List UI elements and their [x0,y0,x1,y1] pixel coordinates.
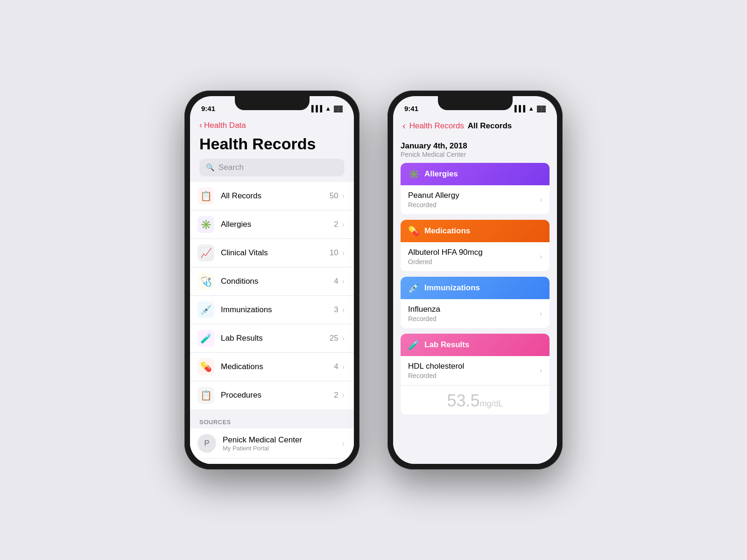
penick-chevron: › [342,439,345,448]
immunizations-count: 3 [334,305,338,315]
medications-icon: 💊 [197,358,214,375]
list-item-medications[interactable]: 💊 Medications 4 › [190,353,354,381]
record-influenza[interactable]: Influenza Recorded › [401,299,550,328]
albuterol-chevron: › [540,252,542,261]
lab-number: 53.5mg/dL [408,391,542,411]
immunizations-header: 💉 Immunizations [401,277,550,299]
penick-info: Penick Medical Center My Patient Portal [223,435,342,452]
immunizations-label: Immunizations [221,305,334,315]
search-bar[interactable]: 🔍 Search [199,159,345,176]
back-label-left: Health Data [204,121,246,130]
allergies-count: 2 [334,220,338,229]
medications-chevron: › [342,363,345,371]
lab-results-label: Lab Results [221,334,330,343]
conditions-chevron: › [342,277,345,286]
allergies-block: ✳️ Allergies Peanut Allergy Recorded › [401,163,550,214]
lab-header: 🧪 Lab Results [401,334,550,356]
battery-icon: ▓▓ [334,105,343,112]
sources-list: P Penick Medical Center My Patient Porta… [190,428,354,464]
medications-label: Medications [221,362,334,371]
back-label-right[interactable]: Health Records [409,121,464,131]
notch [235,96,310,110]
wifi-icon-right: ▲ [528,105,534,112]
conditions-icon: 🩺 [197,273,214,290]
medications-block: 💊 Medications Albuterol HFA 90mcg Ordere… [401,220,550,271]
procedures-count: 2 [334,391,338,400]
lab-results-count: 25 [330,334,338,343]
lab-value-display: 53.5mg/dL [401,385,550,414]
lab-cat-icon: 🧪 [408,339,420,350]
list-item-lab-results[interactable]: 🧪 Lab Results 25 › [190,324,354,353]
lab-results-icon: 🧪 [197,330,214,347]
influenza-name: Influenza [408,305,540,314]
record-albuterol[interactable]: Albuterol HFA 90mcg Ordered › [401,242,550,271]
vitals-label: Clinical Vitals [221,248,330,258]
search-icon: 🔍 [206,163,215,172]
time-right: 9:41 [404,105,418,112]
record-peanut-allergy[interactable]: Peanut Allergy Recorded › [401,185,550,214]
records-scroll: January 4th, 2018 Penick Medical Center … [393,134,557,458]
peanut-allergy-chevron: › [540,196,542,204]
immunizations-cat-icon: 💉 [408,282,420,294]
conditions-count: 4 [334,277,338,286]
immunizations-chevron: › [342,306,345,314]
source-penick[interactable]: P Penick Medical Center My Patient Porta… [190,428,354,459]
medications-cat-icon: 💊 [408,225,420,237]
lab-header-label: Lab Results [424,340,469,350]
lab-results-block: 🧪 Lab Results HDL cholesterol Recorded ›… [401,334,550,414]
list-item-procedures[interactable]: 📋 Procedures 2 › [190,381,354,409]
date-header: January 4th, 2018 Penick Medical Center [401,134,550,163]
nav-bar-left: ‹ Health Data [190,117,354,133]
signal-icon-right: ▐▐▐ [513,105,526,112]
allergies-icon: ✳️ [197,216,214,233]
peanut-allergy-sub: Recorded [408,201,540,209]
medications-header: 💊 Medications [401,220,550,242]
immunizations-icon: 💉 [197,301,214,318]
vitals-icon: 📈 [197,245,214,261]
right-phone: 9:41 ▐▐▐ ▲ ▓▓ ‹ Health Records All Recor… [388,91,563,469]
time-left: 9:41 [201,105,215,112]
peanut-allergy-info: Peanut Allergy Recorded [408,191,540,209]
list-item-immunizations[interactable]: 💉 Immunizations 3 › [190,296,354,324]
left-phone: 9:41 ▐▐▐ ▲ ▓▓ ‹ Health Data Health Recor… [184,91,359,469]
status-icons-right: ▐▐▐ ▲ ▓▓ [513,105,546,112]
allergies-header: ✳️ Allergies [401,163,550,185]
conditions-label: Conditions [221,277,334,286]
medications-header-label: Medications [424,226,470,236]
record-hdl[interactable]: HDL cholesterol Recorded › [401,356,550,385]
date-text: January 4th, 2018 [401,141,550,151]
allergies-chevron: › [342,220,345,229]
albuterol-info: Albuterol HFA 90mcg Ordered [408,248,540,266]
allergies-label: Allergies [221,220,334,229]
battery-icon-right: ▓▓ [537,105,546,112]
allergies-header-label: Allergies [424,169,458,179]
influenza-info: Influenza Recorded [408,305,540,322]
hdl-info: HDL cholesterol Recorded [408,362,540,379]
list-item-conditions[interactable]: 🩺 Conditions 4 › [190,267,354,296]
back-button-left[interactable]: ‹ Health Data [199,120,345,130]
signal-icon: ▐▐▐ [310,105,323,112]
list-item-clinical-vitals[interactable]: 📈 Clinical Vitals 10 › [190,239,354,267]
page-title-left: Health Records [190,133,354,159]
list-item-all-records[interactable]: 📋 All Records 50 › [190,182,354,210]
all-records-count: 50 [330,191,338,201]
vitals-count: 10 [330,248,338,258]
search-placeholder: Search [218,163,244,172]
source-widell[interactable]: W Widell Hospital Patient Chart Pro › [190,459,354,464]
facility-text: Penick Medical Center [401,151,550,158]
hdl-value: 53.5 [447,391,479,410]
status-icons-left: ▐▐▐ ▲ ▓▓ [310,105,343,112]
back-chevron-right: ‹ [402,120,406,131]
albuterol-name: Albuterol HFA 90mcg [408,248,540,257]
all-records-chevron: › [342,192,345,200]
influenza-sub: Recorded [408,315,540,322]
albuterol-sub: Ordered [408,258,540,266]
hdl-chevron: › [540,366,542,375]
procedures-label: Procedures [221,391,334,400]
hdl-sub: Recorded [408,372,540,379]
notch-right [438,96,513,110]
penick-name: Penick Medical Center [223,435,342,445]
list-item-allergies[interactable]: ✳️ Allergies 2 › [190,210,354,239]
hdl-unit: mg/dL [480,399,503,408]
all-records-icon: 📋 [197,188,214,204]
